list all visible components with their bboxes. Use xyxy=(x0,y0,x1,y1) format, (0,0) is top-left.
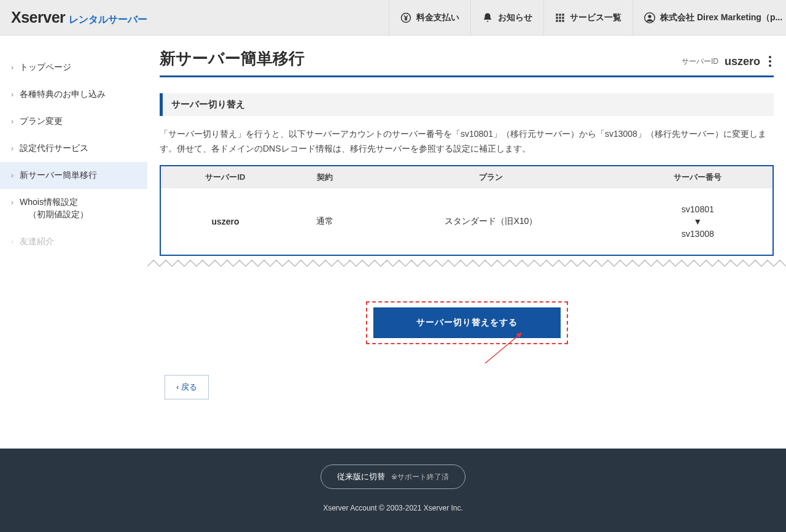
arrow-down-icon: ▼ xyxy=(628,217,768,226)
sidebar-label: 設定代行サービス xyxy=(20,143,88,154)
sidebar-item-proxy[interactable]: ›設定代行サービス xyxy=(0,135,147,162)
kebab-menu[interactable] xyxy=(766,53,774,69)
chevron-right-icon: › xyxy=(11,144,14,153)
svg-point-11 xyxy=(648,15,651,18)
user-icon xyxy=(644,12,655,23)
svg-rect-3 xyxy=(562,13,564,15)
chevron-right-icon: › xyxy=(11,171,14,180)
svg-rect-8 xyxy=(559,20,561,21)
title-rule xyxy=(160,75,774,77)
nav-payment[interactable]: 料金支払い xyxy=(389,0,470,35)
server-id-label: サーバーID xyxy=(682,56,718,67)
svg-rect-7 xyxy=(556,20,558,21)
legacy-note: ※サポート終了済 xyxy=(391,472,449,481)
svg-rect-2 xyxy=(559,13,561,15)
sidebar-item-top[interactable]: ›トップページ xyxy=(0,54,147,81)
zigzag-separator xyxy=(147,256,786,277)
nav-user[interactable]: 株式会社 Direx Marketing（p... xyxy=(632,0,786,35)
chevron-right-icon: › xyxy=(11,90,14,99)
sidebar-item-friend[interactable]: ›友達紹介 xyxy=(0,228,147,255)
chevron-left-icon: ‹ xyxy=(176,382,179,391)
sidebar-label: 新サーバー簡単移行 xyxy=(20,170,97,181)
th-plan: プラン xyxy=(359,166,623,188)
sidebar-item-whois[interactable]: ›Whois情報設定（初期値設定） xyxy=(0,189,147,228)
chevron-right-icon: › xyxy=(11,198,14,207)
server-from: sv10801 xyxy=(628,204,768,214)
section-description: 「サーバー切り替え」を行うと、以下サーバーアカウントのサーバー番号を「sv108… xyxy=(160,127,774,156)
global-header: Xserver レンタルサーバー 料金支払い お知らせ サービス一覧 株 xyxy=(0,0,786,36)
svg-rect-5 xyxy=(559,17,561,18)
sidebar-label: 各種特典のお申し込み xyxy=(20,89,106,100)
cell-plan: スタンダード（旧X10） xyxy=(359,188,623,255)
th-server-no: サーバー番号 xyxy=(623,166,773,188)
sidebar-item-plan[interactable]: ›プラン変更 xyxy=(0,108,147,135)
sidebar-label: 友達紹介 xyxy=(20,236,54,247)
svg-rect-9 xyxy=(562,20,564,21)
header-nav: 料金支払い お知らせ サービス一覧 株式会社 Direx Marketing（p… xyxy=(389,0,786,35)
annotation-arrow-icon xyxy=(482,330,531,366)
grid-icon xyxy=(555,13,565,23)
table-header-row: サーバーID 契約 プラン サーバー番号 xyxy=(160,166,773,188)
nav-notice-label: お知らせ xyxy=(498,12,532,23)
svg-rect-6 xyxy=(562,17,564,18)
legacy-switch-button[interactable]: 従来版に切替 ※サポート終了済 xyxy=(321,465,465,489)
switch-server-button[interactable]: サーバー切り替えをする xyxy=(373,307,561,338)
sidebar-label: プラン変更 xyxy=(20,116,63,127)
sidebar-sublabel: （初期値設定） xyxy=(11,209,88,220)
nav-payment-label: 料金支払い xyxy=(416,12,459,23)
page-title: 新サーバー簡単移行 xyxy=(160,48,305,69)
nav-user-label: 株式会社 Direx Marketing（p... xyxy=(660,12,782,23)
svg-rect-1 xyxy=(556,13,558,15)
nav-services[interactable]: サービス一覧 xyxy=(543,0,632,35)
sidebar: ›トップページ ›各種特典のお申し込み ›プラン変更 ›設定代行サービス ›新サ… xyxy=(0,36,147,449)
yen-icon xyxy=(400,12,411,23)
th-contract: 契約 xyxy=(290,166,359,188)
cell-contract: 通常 xyxy=(290,188,359,255)
logo-text: Xserver xyxy=(11,9,65,26)
server-table: サーバーID 契約 プラン サーバー番号 uszero 通常 スタンダード（旧X… xyxy=(160,165,774,256)
back-label: 戻る xyxy=(181,382,197,393)
highlight-box: サーバー切り替えをする xyxy=(366,301,568,344)
footer: 従来版に切替 ※サポート終了済 Xserver Account © 2003-2… xyxy=(0,449,786,532)
chevron-right-icon: › xyxy=(11,237,14,246)
server-to: sv13008 xyxy=(628,229,768,239)
section-title: サーバー切り替え xyxy=(160,93,774,116)
svg-rect-4 xyxy=(556,17,558,18)
back-button[interactable]: ‹ 戻る xyxy=(165,375,209,399)
chevron-right-icon: › xyxy=(11,117,14,126)
bell-icon xyxy=(482,12,493,23)
logo[interactable]: Xserver レンタルサーバー xyxy=(0,9,147,26)
server-id-value: uszero xyxy=(725,55,760,68)
legacy-label: 従来版に切替 xyxy=(337,472,385,481)
th-id: サーバーID xyxy=(160,166,290,188)
svg-line-12 xyxy=(485,333,522,363)
copyright: Xserver Account © 2003-2021 Xserver Inc. xyxy=(0,504,786,512)
sidebar-item-migration[interactable]: ›新サーバー簡単移行 xyxy=(0,162,147,189)
action-area: サーバー切り替えをする xyxy=(160,301,774,344)
logo-tagline: レンタルサーバー xyxy=(69,13,147,26)
sidebar-label: トップページ xyxy=(20,62,71,73)
chevron-right-icon: › xyxy=(11,63,14,72)
table-row: uszero 通常 スタンダード（旧X10） sv10801 ▼ sv13008 xyxy=(160,188,773,255)
sidebar-item-privilege[interactable]: ›各種特典のお申し込み xyxy=(0,81,147,108)
nav-notice[interactable]: お知らせ xyxy=(470,0,543,35)
sidebar-label: Whois情報設定 xyxy=(20,197,78,208)
cell-server-no: sv10801 ▼ sv13008 xyxy=(623,188,773,255)
nav-services-label: サービス一覧 xyxy=(570,12,621,23)
main-content: 新サーバー簡単移行 サーバーID uszero サーバー切り替え 「サーバー切り… xyxy=(147,36,786,449)
cell-id: uszero xyxy=(160,188,290,255)
